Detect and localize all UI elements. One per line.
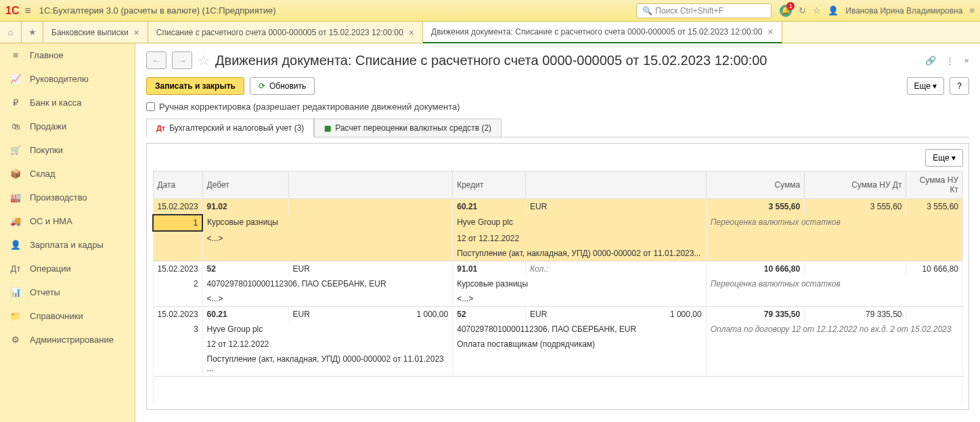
ops-icon: Дт [9, 263, 22, 274]
tab-writeoff[interactable]: Списание с расчетного счета 0000-000005 … [148, 22, 423, 43]
tab-bank-statements[interactable]: Банковские выписки × [43, 22, 148, 43]
sidebar-item-admin[interactable]: ⚙Администрирование [0, 328, 135, 352]
sidebar-item-assets[interactable]: 🚚ОС и НМА [0, 209, 135, 233]
tab-movements[interactable]: Движения документа: Списание с расчетног… [423, 22, 782, 43]
notifications-icon[interactable]: 🔔 1 [780, 5, 792, 17]
notification-badge: 1 [786, 2, 795, 10]
sidebar: ≡Главное 📈Руководителю ₽Банк и касса 🛍Пр… [0, 43, 135, 422]
sidebar-item-purchases[interactable]: 🛒Покупки [0, 138, 135, 162]
table-row[interactable]: Поступление (акт, накладная, УПД) 0000-0… [153, 246, 963, 261]
col-sum-kt: Сумма НУ Кт [906, 171, 963, 199]
col-debit: Дебет [202, 171, 288, 199]
header-icons: 🔔 1 ↻ ☆ 👤 Иванова Ирина Владимировна ≡ [780, 5, 975, 17]
col-sum: Сумма [706, 171, 805, 199]
postings-table: Дата Дебет Кредит Сумма Сумма НУ Дт Сумм… [152, 171, 963, 404]
sidebar-item-operations[interactable]: ДтОперации [0, 257, 135, 280]
box-icon: 📦 [9, 169, 22, 179]
table-row[interactable]: 3 Hyve Group plc 40702978010000112306, П… [153, 322, 963, 337]
sidebar-item-sales[interactable]: 🛍Продажи [0, 114, 135, 138]
bag-icon: 🛍 [9, 121, 22, 131]
save-close-button[interactable]: Записать и закрыть [146, 77, 244, 95]
gear-icon: ⚙ [9, 335, 22, 345]
table-row[interactable]: <...> 12 от 12.12.2022 [153, 231, 963, 246]
menu-icon[interactable]: ≡ [24, 5, 30, 17]
table-row[interactable]: 15.02.2023 60.21 EUR1 000,00 52 EUR1 000… [153, 307, 963, 322]
cart-icon: 🛒 [9, 145, 22, 155]
more-button[interactable]: Еще ▾ [907, 77, 945, 95]
truck-icon: 🚚 [9, 216, 22, 226]
sidebar-item-bank[interactable]: ₽Банк и касса [0, 91, 135, 114]
table-icon: ▦ [324, 124, 331, 133]
table-row[interactable]: 2 40702978010000112306, ПАО СБЕРБАНК, EU… [153, 276, 963, 291]
table-row[interactable]: 15.02.2023 52 EUR 91.01 Кол.: 10 666,80 … [153, 261, 963, 277]
kebab-icon[interactable]: ⋮ [945, 56, 954, 66]
tab-accounting[interactable]: ДтБухгалтерский и налоговый учет (3) [146, 119, 314, 138]
bars-icon: 📊 [9, 287, 22, 297]
settings-icon[interactable]: ≡ [969, 5, 975, 16]
app-title: 1С:Бухгалтерия 3.0 (расчеты в валюте) (1… [39, 5, 276, 16]
tabbar: ⌂ ★ Банковские выписки × Списание с расч… [0, 22, 980, 43]
refresh-icon: ⟳ [259, 81, 265, 91]
close-icon[interactable]: × [409, 27, 414, 38]
sidebar-item-production[interactable]: 🏭Производство [0, 186, 135, 209]
close-icon[interactable]: × [964, 56, 969, 66]
close-icon[interactable]: × [134, 27, 139, 38]
tab-revaluation[interactable]: ▦Расчет переоценки валютных средств (2) [314, 119, 502, 137]
nav-back-button[interactable]: ← [146, 51, 166, 69]
username: Иванова Ирина Владимировна [845, 6, 962, 16]
col-credit: Кредит [453, 171, 526, 199]
data-panel: Еще ▾ Дата Дебет Кредит Сумма Сумма НУ Д… [146, 143, 969, 410]
help-button[interactable]: ? [950, 77, 969, 95]
sidebar-item-manager[interactable]: 📈Руководителю [0, 67, 135, 91]
sidebar-item-warehouse[interactable]: 📦Склад [0, 162, 135, 186]
user-icon[interactable]: 👤 [828, 5, 839, 16]
table-row[interactable]: <...> <...> [153, 291, 963, 307]
sidebar-item-catalogs[interactable]: 📁Справочники [0, 304, 135, 328]
content: ← → ☆ Движения документа: Списание с рас… [135, 43, 980, 422]
logo-1c: 1С [5, 5, 19, 17]
close-icon[interactable]: × [767, 26, 773, 37]
search-icon: 🔍 [642, 6, 652, 16]
sidebar-item-salary[interactable]: 👤Зарплата и кадры [0, 233, 135, 257]
favorites-tab[interactable]: ★ [22, 22, 43, 43]
page-title: Движения документа: Списание с расчетног… [215, 53, 767, 68]
link-icon[interactable]: 🔗 [925, 56, 936, 66]
factory-icon: 🏭 [9, 192, 22, 203]
search-input[interactable]: 🔍 Поиск Ctrl+Shift+F [636, 3, 772, 18]
table-row[interactable]: 1 Курсовые разницы Hyve Group plc Переоц… [153, 215, 963, 231]
dt-kt-icon: Дт [156, 124, 165, 132]
table-row[interactable]: 15.02.2023 91.02 60.21 EUR 3 555,60 3 55… [153, 199, 963, 215]
ruble-icon: ₽ [9, 98, 22, 108]
table-row[interactable]: Поступление (акт, накладная, УПД) 0000-0… [153, 352, 963, 377]
home-icon: ≡ [9, 50, 22, 60]
chart-icon: 📈 [9, 74, 22, 84]
favorite-star-icon[interactable]: ☆ [198, 52, 210, 68]
home-tab[interactable]: ⌂ [0, 22, 22, 43]
app-header: 1С ≡ 1С:Бухгалтерия 3.0 (расчеты в валют… [0, 0, 980, 22]
col-date: Дата [153, 171, 202, 199]
nav-forward-button[interactable]: → [172, 51, 192, 69]
col-sum-dt: Сумма НУ Дт [805, 171, 906, 199]
manual-edit-checkbox[interactable] [146, 102, 155, 111]
person-icon: 👤 [9, 240, 22, 250]
sidebar-item-main[interactable]: ≡Главное [0, 43, 135, 67]
panel-more-button[interactable]: Еще ▾ [925, 149, 963, 167]
sidebar-item-reports[interactable]: 📊Отчеты [0, 280, 135, 304]
manual-edit-label: Ручная корректировка (разрешает редактир… [159, 102, 460, 112]
folder-icon: 📁 [9, 311, 22, 321]
refresh-button[interactable]: ⟳Обновить [250, 77, 315, 95]
history-icon[interactable]: ↻ [799, 5, 806, 16]
star-icon[interactable]: ☆ [813, 5, 821, 16]
